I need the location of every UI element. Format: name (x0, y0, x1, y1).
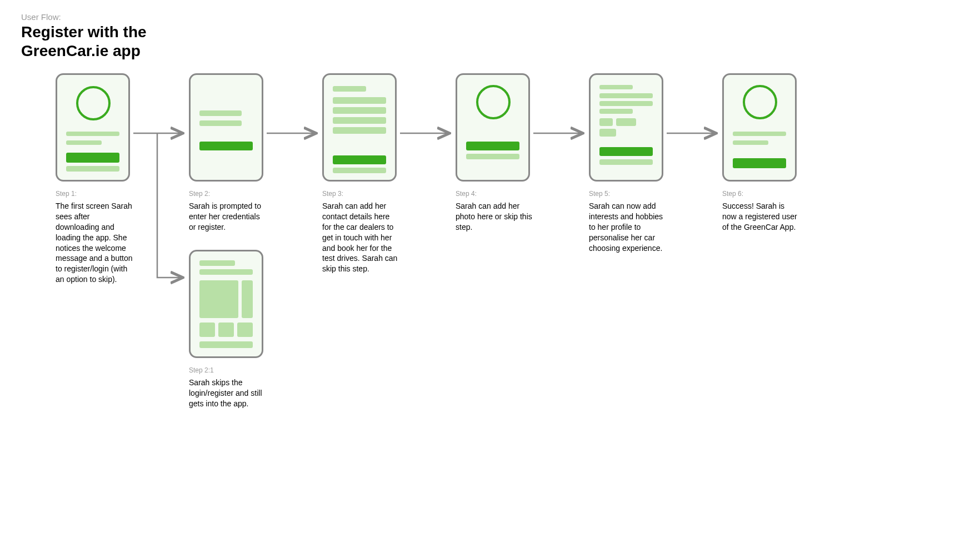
step-1-caption: Step 1: The first screen Sarah sees afte… (56, 190, 144, 285)
step-2-1-desc: Sarah skips the login/register and still… (189, 377, 267, 409)
wireframe-step-3 (322, 73, 397, 182)
wireframe-step-2 (189, 73, 263, 182)
wireframe-step-1 (56, 73, 130, 182)
step-5-label: Step 5: (589, 190, 678, 198)
wireframe-step-2-1 (189, 250, 263, 358)
step-2-desc: Sarah is prompted to enter her credentia… (189, 201, 267, 233)
step-6-caption: Step 6: Success! Sarah is now a register… (722, 190, 811, 233)
step-6: Step 6: Success! Sarah is now a register… (722, 73, 811, 233)
step-2-1-caption: Step 2:1 Sarah skips the login/register … (189, 366, 278, 409)
step-1: Step 1: The first screen Sarah sees afte… (56, 73, 144, 285)
step-1-label: Step 1: (56, 190, 144, 198)
step-2-1-label: Step 2:1 (189, 366, 278, 374)
step-4-label: Step 4: (456, 190, 544, 198)
step-2-label: Step 2: (189, 190, 278, 198)
step-3: Step 3: Sarah can add her contact detail… (322, 73, 411, 274)
wireframe-step-6 (722, 73, 797, 182)
step-3-caption: Step 3: Sarah can add her contact detail… (322, 190, 411, 274)
wireframe-step-4 (456, 73, 530, 182)
step-2: Step 2: Sarah is prompted to enter her c… (189, 73, 278, 233)
step-2-1: Step 2:1 Sarah skips the login/register … (189, 250, 278, 409)
step-4-caption: Step 4: Sarah can add her photo here or … (456, 190, 544, 233)
arrow-branch-to-2-1 (157, 133, 182, 278)
step-5: Step 5: Sarah can now add interests and … (589, 73, 678, 253)
step-4: Step 4: Sarah can add her photo here or … (456, 73, 544, 233)
step-5-desc: Sarah can now add interests and hobbies … (589, 201, 667, 253)
step-1-desc: The first screen Sarah sees after downlo… (56, 201, 133, 285)
step-3-label: Step 3: (322, 190, 411, 198)
step-4-desc: Sarah can add her photo here or skip thi… (456, 201, 533, 233)
step-6-label: Step 6: (722, 190, 811, 198)
step-2-caption: Step 2: Sarah is prompted to enter her c… (189, 190, 278, 233)
step-5-caption: Step 5: Sarah can now add interests and … (589, 190, 678, 253)
step-6-desc: Success! Sarah is now a registered user … (722, 201, 800, 233)
wireframe-step-5 (589, 73, 663, 182)
diagram-canvas: Step 1: The first screen Sarah sees afte… (0, 0, 980, 544)
step-3-desc: Sarah can add her contact details here f… (322, 201, 400, 274)
